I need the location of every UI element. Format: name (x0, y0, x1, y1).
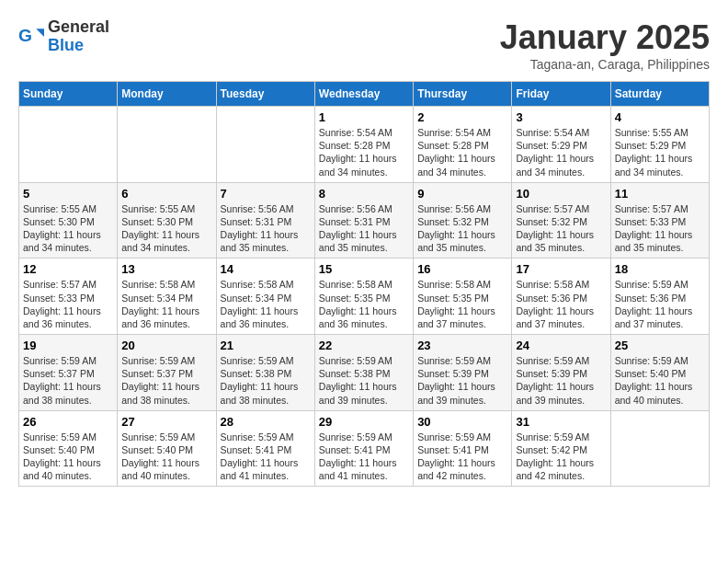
month-title: January 2025 (500, 18, 710, 57)
calendar-cell: 5Sunrise: 5:55 AM Sunset: 5:30 PM Daylig… (19, 182, 118, 259)
day-number: 7 (221, 187, 311, 201)
cell-content: Sunrise: 5:59 AM Sunset: 5:41 PM Dayligh… (417, 431, 507, 483)
day-number: 4 (615, 110, 705, 124)
calendar-cell: 20Sunrise: 5:59 AM Sunset: 5:37 PM Dayli… (118, 335, 216, 411)
logo-general: General (48, 18, 109, 37)
day-number: 14 (221, 262, 311, 276)
day-number: 1 (319, 110, 409, 124)
calendar-cell: 15Sunrise: 5:58 AM Sunset: 5:35 PM Dayli… (314, 259, 413, 335)
calendar-cell: 22Sunrise: 5:59 AM Sunset: 5:38 PM Dayli… (314, 335, 413, 411)
calendar-cell: 17Sunrise: 5:58 AM Sunset: 5:36 PM Dayli… (512, 259, 610, 335)
calendar-week-row: 1Sunrise: 5:54 AM Sunset: 5:28 PM Daylig… (19, 107, 710, 183)
calendar-cell: 19Sunrise: 5:59 AM Sunset: 5:37 PM Dayli… (19, 335, 118, 411)
weekday-header-cell: Thursday (414, 82, 512, 107)
cell-content: Sunrise: 5:58 AM Sunset: 5:34 PM Dayligh… (221, 278, 311, 330)
cell-content: Sunrise: 5:59 AM Sunset: 5:41 PM Dayligh… (319, 431, 409, 483)
day-number: 11 (615, 187, 705, 201)
calendar-cell: 12Sunrise: 5:57 AM Sunset: 5:33 PM Dayli… (19, 259, 118, 335)
calendar-cell: 31Sunrise: 5:59 AM Sunset: 5:42 PM Dayli… (512, 410, 610, 487)
day-number: 30 (417, 415, 507, 429)
calendar-cell: 3Sunrise: 5:54 AM Sunset: 5:29 PM Daylig… (512, 107, 610, 183)
day-number: 27 (121, 415, 211, 429)
cell-content: Sunrise: 5:59 AM Sunset: 5:39 PM Dayligh… (417, 354, 507, 407)
weekday-header-cell: Saturday (610, 82, 709, 107)
cell-content: Sunrise: 5:57 AM Sunset: 5:33 PM Dayligh… (23, 278, 113, 330)
cell-content: Sunrise: 5:54 AM Sunset: 5:29 PM Dayligh… (516, 126, 606, 178)
calendar-cell: 10Sunrise: 5:57 AM Sunset: 5:32 PM Dayli… (512, 182, 610, 259)
calendar-cell (610, 410, 709, 487)
cell-content: Sunrise: 5:59 AM Sunset: 5:40 PM Dayligh… (121, 431, 211, 483)
calendar-cell: 28Sunrise: 5:59 AM Sunset: 5:41 PM Dayli… (216, 410, 314, 487)
calendar-cell: 7Sunrise: 5:56 AM Sunset: 5:31 PM Daylig… (216, 182, 314, 259)
cell-content: Sunrise: 5:58 AM Sunset: 5:36 PM Dayligh… (516, 278, 606, 330)
svg-text:G: G (18, 26, 32, 45)
cell-content: Sunrise: 5:58 AM Sunset: 5:35 PM Dayligh… (319, 278, 409, 330)
calendar-cell: 13Sunrise: 5:58 AM Sunset: 5:34 PM Dayli… (118, 259, 216, 335)
calendar-cell (216, 107, 314, 183)
calendar-week-row: 5Sunrise: 5:55 AM Sunset: 5:30 PM Daylig… (19, 182, 710, 259)
cell-content: Sunrise: 5:57 AM Sunset: 5:32 PM Dayligh… (516, 202, 606, 255)
svg-marker-1 (36, 29, 44, 37)
day-number: 28 (221, 415, 311, 429)
calendar-cell: 23Sunrise: 5:59 AM Sunset: 5:39 PM Dayli… (414, 335, 512, 411)
cell-content: Sunrise: 5:56 AM Sunset: 5:32 PM Dayligh… (417, 202, 507, 255)
day-number: 17 (516, 262, 606, 276)
cell-content: Sunrise: 5:56 AM Sunset: 5:31 PM Dayligh… (221, 202, 311, 255)
location: Tagana-an, Caraga, Philippines (500, 57, 710, 72)
calendar-cell: 18Sunrise: 5:59 AM Sunset: 5:36 PM Dayli… (610, 259, 709, 335)
cell-content: Sunrise: 5:54 AM Sunset: 5:28 PM Dayligh… (319, 126, 409, 178)
cell-content: Sunrise: 5:59 AM Sunset: 5:38 PM Dayligh… (319, 354, 409, 407)
day-number: 31 (516, 415, 606, 429)
day-number: 15 (319, 262, 409, 276)
cell-content: Sunrise: 5:58 AM Sunset: 5:34 PM Dayligh… (121, 278, 211, 330)
calendar-cell: 24Sunrise: 5:59 AM Sunset: 5:39 PM Dayli… (512, 335, 610, 411)
cell-content: Sunrise: 5:58 AM Sunset: 5:35 PM Dayligh… (417, 278, 507, 330)
calendar-cell: 29Sunrise: 5:59 AM Sunset: 5:41 PM Dayli… (314, 410, 413, 487)
day-number: 10 (516, 187, 606, 201)
calendar-cell: 11Sunrise: 5:57 AM Sunset: 5:33 PM Dayli… (610, 182, 709, 259)
cell-content: Sunrise: 5:59 AM Sunset: 5:42 PM Dayligh… (516, 431, 606, 483)
weekday-header-cell: Tuesday (216, 82, 314, 107)
day-number: 29 (319, 415, 409, 429)
cell-content: Sunrise: 5:59 AM Sunset: 5:36 PM Dayligh… (615, 278, 705, 330)
day-number: 19 (23, 339, 113, 352)
cell-content: Sunrise: 5:55 AM Sunset: 5:30 PM Dayligh… (23, 202, 113, 255)
cell-content: Sunrise: 5:59 AM Sunset: 5:40 PM Dayligh… (23, 431, 113, 483)
weekday-header-cell: Wednesday (314, 82, 413, 107)
day-number: 18 (615, 262, 705, 276)
day-number: 16 (417, 262, 507, 276)
calendar-cell: 27Sunrise: 5:59 AM Sunset: 5:40 PM Dayli… (118, 410, 216, 487)
cell-content: Sunrise: 5:59 AM Sunset: 5:38 PM Dayligh… (221, 354, 311, 407)
day-number: 12 (23, 262, 113, 276)
logo-blue: Blue (48, 37, 109, 55)
cell-content: Sunrise: 5:55 AM Sunset: 5:30 PM Dayligh… (121, 202, 211, 255)
logo-text: General Blue (48, 18, 109, 55)
calendar-body: 1Sunrise: 5:54 AM Sunset: 5:28 PM Daylig… (19, 107, 710, 487)
day-number: 3 (516, 110, 606, 124)
calendar-cell: 6Sunrise: 5:55 AM Sunset: 5:30 PM Daylig… (118, 182, 216, 259)
calendar-cell: 21Sunrise: 5:59 AM Sunset: 5:38 PM Dayli… (216, 335, 314, 411)
cell-content: Sunrise: 5:59 AM Sunset: 5:40 PM Dayligh… (615, 354, 705, 407)
cell-content: Sunrise: 5:59 AM Sunset: 5:39 PM Dayligh… (516, 354, 606, 407)
calendar-cell (118, 107, 216, 183)
title-block: January 2025 Tagana-an, Caraga, Philippi… (500, 18, 710, 72)
cell-content: Sunrise: 5:54 AM Sunset: 5:28 PM Dayligh… (417, 126, 507, 178)
calendar-cell: 1Sunrise: 5:54 AM Sunset: 5:28 PM Daylig… (314, 107, 413, 183)
calendar-week-row: 12Sunrise: 5:57 AM Sunset: 5:33 PM Dayli… (19, 259, 710, 335)
day-number: 20 (121, 339, 211, 352)
calendar-cell: 25Sunrise: 5:59 AM Sunset: 5:40 PM Dayli… (610, 335, 709, 411)
day-number: 13 (121, 262, 211, 276)
weekday-header-cell: Friday (512, 82, 610, 107)
weekday-header-cell: Monday (118, 82, 216, 107)
calendar-cell (19, 107, 118, 183)
calendar-cell: 30Sunrise: 5:59 AM Sunset: 5:41 PM Dayli… (414, 410, 512, 487)
day-number: 23 (417, 339, 507, 352)
day-number: 26 (23, 415, 113, 429)
calendar-cell: 8Sunrise: 5:56 AM Sunset: 5:31 PM Daylig… (314, 182, 413, 259)
calendar-cell: 4Sunrise: 5:55 AM Sunset: 5:29 PM Daylig… (610, 107, 709, 183)
calendar-cell: 9Sunrise: 5:56 AM Sunset: 5:32 PM Daylig… (414, 182, 512, 259)
calendar-table: SundayMondayTuesdayWednesdayThursdayFrid… (18, 81, 710, 487)
day-number: 24 (516, 339, 606, 352)
cell-content: Sunrise: 5:57 AM Sunset: 5:33 PM Dayligh… (615, 202, 705, 255)
calendar-cell: 2Sunrise: 5:54 AM Sunset: 5:28 PM Daylig… (414, 107, 512, 183)
